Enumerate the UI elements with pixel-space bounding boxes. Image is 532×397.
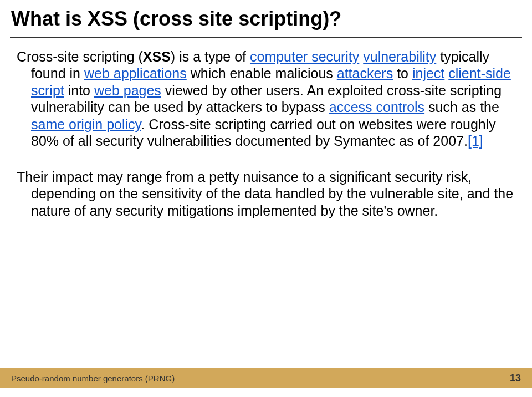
link-same-origin-policy[interactable]: same origin policy: [31, 116, 141, 132]
link-vulnerability[interactable]: vulnerability: [363, 49, 436, 64]
slide: What is XSS (cross site scripting)? Cros…: [0, 0, 532, 397]
paragraph-2: Their impact may range from a petty nuis…: [17, 169, 515, 220]
link-web-applications[interactable]: web applications: [84, 65, 187, 81]
link-inject[interactable]: inject: [412, 65, 444, 81]
text: ) is a type of: [171, 49, 250, 64]
body-content: Cross-site scripting (XSS) is a type of …: [0, 38, 532, 220]
link-access-controls[interactable]: access controls: [329, 99, 424, 115]
link-computer-security[interactable]: computer security: [250, 49, 359, 64]
link-attackers[interactable]: attackers: [337, 65, 393, 81]
text: which enable malicious: [187, 65, 337, 81]
text: such as the: [424, 99, 499, 115]
footer-topic: Pseudo-random number generators (PRNG): [11, 374, 175, 383]
link-citation-1[interactable]: [1]: [468, 133, 483, 149]
footer-page-number: 13: [510, 373, 521, 384]
xss-abbrev: XSS: [143, 49, 171, 64]
slide-footer: Pseudo-random number generators (PRNG) 1…: [0, 368, 532, 388]
page-title: What is XSS (cross site scripting)?: [11, 8, 521, 30]
title-bar: What is XSS (cross site scripting)?: [0, 0, 532, 34]
paragraph-1: Cross-site scripting (XSS) is a type of …: [17, 48, 515, 150]
link-web-pages[interactable]: web pages: [94, 83, 161, 98]
text: into: [64, 83, 94, 98]
text: Cross-site scripting (: [17, 49, 143, 64]
text: to: [393, 65, 412, 81]
